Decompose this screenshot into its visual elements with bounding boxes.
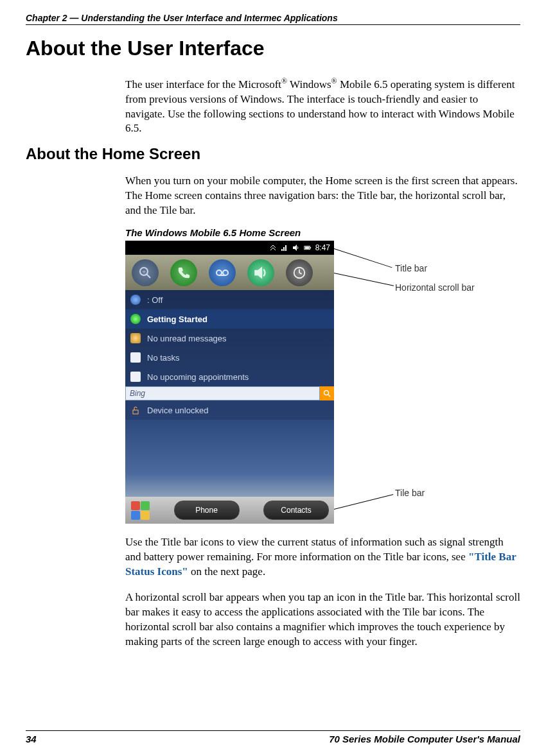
connectivity-icon [269, 244, 277, 252]
contacts-button[interactable]: Contacts [263, 501, 329, 520]
list-item-label: No tasks [147, 353, 180, 363]
callout-line [334, 248, 392, 268]
page-number: 34 [26, 734, 37, 744]
envelope-icon [130, 333, 141, 343]
getting-started-icon [130, 314, 141, 324]
voicemail-icon[interactable] [209, 259, 236, 286]
tile-bar[interactable]: Phone Contacts [125, 497, 334, 524]
list-item-appointments[interactable]: No upcoming appointments [125, 367, 334, 386]
svg-line-18 [328, 395, 330, 397]
tasks-icon [130, 352, 141, 363]
calendar-icon [130, 372, 141, 382]
phone-icon[interactable] [170, 259, 197, 286]
list-item-messages[interactable]: No unread messages [125, 329, 334, 348]
para3-post: on the next page. [188, 565, 265, 578]
svg-point-10 [216, 270, 222, 275]
zoom-icon[interactable]: + [132, 259, 159, 286]
intro-text-1: The user interface for the Microsoft [125, 78, 281, 90]
title-bar-paragraph: Use the Title bar icons to view the curr… [125, 535, 520, 580]
bing-input[interactable]: Bing [125, 386, 320, 400]
registered-mark: ® [331, 76, 337, 85]
intro-text-2: Windows [287, 78, 331, 90]
signal-icon [281, 244, 288, 252]
callout-title-bar: Title bar [395, 263, 427, 273]
svg-marker-13 [254, 266, 262, 279]
phone-mockup: 8:47 + : Off Getting Star [125, 241, 334, 524]
list-item-getting-started[interactable]: Getting Started [125, 309, 334, 329]
svg-line-16 [299, 273, 302, 274]
page-title: About the User Interface [26, 37, 520, 60]
svg-point-17 [324, 391, 329, 395]
svg-rect-6 [304, 246, 309, 248]
svg-text:+: + [142, 268, 146, 275]
svg-rect-19 [133, 410, 138, 414]
bing-search-button[interactable] [320, 386, 334, 400]
list-item-bluetooth[interactable]: : Off [125, 290, 334, 309]
list-item-tasks[interactable]: No tasks [125, 348, 334, 367]
svg-line-8 [146, 274, 150, 278]
callout-horizontal-scroll-bar: Horizontal scroll bar [395, 282, 475, 293]
unlock-icon [130, 405, 141, 415]
figure-home-screen: 8:47 + : Off Getting Star [125, 241, 520, 524]
bluetooth-icon [130, 295, 141, 305]
callout-tile-bar: Tile bar [395, 488, 425, 498]
intro-paragraph: The user interface for the Microsoft® Wi… [125, 76, 520, 136]
svg-rect-1 [283, 247, 285, 251]
volume-icon [292, 244, 300, 252]
manual-title: 70 Series Mobile Computer User's Manual [329, 734, 520, 744]
svg-marker-3 [293, 245, 297, 251]
clock-time: 8:47 [315, 243, 330, 252]
svg-rect-2 [285, 245, 286, 251]
section-title: About the Home Screen [26, 145, 520, 163]
title-bar[interactable]: 8:47 [125, 241, 334, 255]
list-item-label: : Off [147, 295, 163, 305]
list-item-label: Device unlocked [147, 406, 208, 415]
phone-button[interactable]: Phone [174, 501, 240, 520]
list-item-label: Getting Started [147, 314, 207, 324]
home-wallpaper-area [125, 420, 334, 497]
figure-caption: The Windows Mobile 6.5 Home Screen [125, 227, 520, 238]
list-item-label: No upcoming appointments [147, 372, 249, 382]
svg-rect-0 [281, 249, 283, 251]
para3-pre: Use the Title bar icons to view the curr… [125, 536, 504, 563]
callout-line [334, 494, 393, 510]
callout-line [334, 273, 394, 286]
scroll-bar-paragraph: A horizontal scroll bar appears when you… [125, 590, 520, 649]
svg-rect-5 [310, 247, 311, 248]
windows-start-icon[interactable] [130, 501, 150, 520]
chapter-header: Chapter 2 — Understanding the User Inter… [26, 13, 520, 25]
bing-search-row[interactable]: Bing [125, 386, 334, 400]
search-icon [323, 390, 331, 397]
home-screen-paragraph: When you turn on your mobile computer, t… [125, 174, 520, 218]
registered-mark: ® [281, 76, 287, 85]
list-item-lock[interactable]: Device unlocked [125, 400, 334, 420]
page-footer: 34 70 Series Mobile Computer User's Manu… [26, 730, 520, 744]
battery-icon [304, 244, 312, 252]
home-list: : Off Getting Started No unread messages… [125, 290, 334, 497]
speaker-icon[interactable] [247, 259, 274, 286]
list-item-label: No unread messages [147, 334, 227, 343]
horizontal-scroll-bar[interactable]: + [125, 255, 334, 290]
svg-point-11 [223, 270, 228, 275]
clock-icon[interactable] [286, 259, 313, 286]
